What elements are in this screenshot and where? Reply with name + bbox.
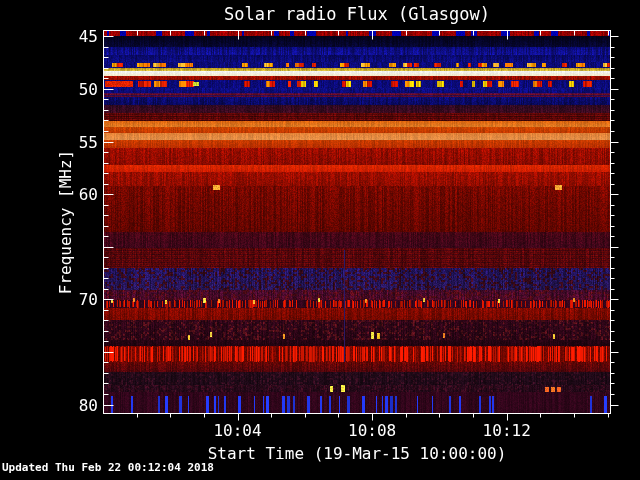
y-axis-title: Frequency [MHz] (56, 150, 75, 295)
y-tick-label: 55 (58, 133, 98, 152)
y-tick-label: 60 (58, 185, 98, 204)
x-tick-label: 10:08 (340, 421, 404, 440)
x-tick-label: 10:12 (475, 421, 539, 440)
y-tick-label: 45 (58, 27, 98, 46)
y-tick-label: 70 (58, 290, 98, 309)
plot-title: Solar radio Flux (Glasgow) (103, 4, 611, 24)
solar-radio-flux-plot: Solar radio Flux (Glasgow) Frequency [MH… (0, 0, 640, 480)
y-tick-label: 50 (58, 80, 98, 99)
x-tick-label: 10:04 (206, 421, 270, 440)
updated-timestamp: Updated Thu Feb 22 00:12:04 2018 (2, 461, 214, 474)
y-tick-label: 80 (58, 396, 98, 415)
